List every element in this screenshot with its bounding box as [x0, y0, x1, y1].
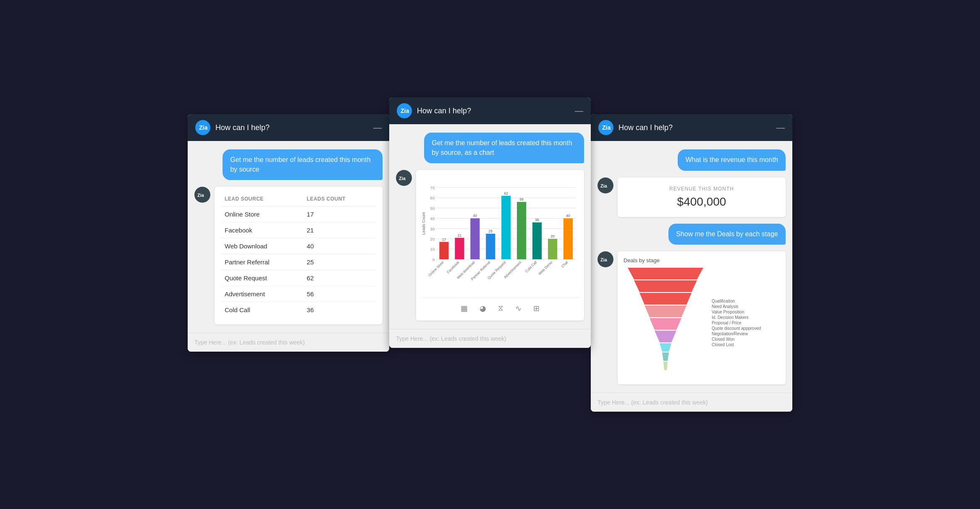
lead-count-cell: 56: [304, 286, 376, 302]
table-row: Cold Call36: [221, 302, 376, 318]
svg-text:Zia: Zia: [197, 193, 204, 198]
lead-count-cell: 25: [304, 254, 376, 270]
zia-response-right-2: Zia Deals by stage: [597, 251, 786, 384]
svg-text:10: 10: [430, 247, 435, 251]
panel-right-title: How can I help?: [618, 123, 771, 132]
pie-chart-icon[interactable]: ◕: [477, 302, 489, 315]
lead-count-cell: 36: [304, 302, 376, 318]
zia-logo-right: Zia: [598, 120, 613, 135]
zia-funnel-content: Deals by stage: [618, 251, 786, 384]
panel-right-header: Zia How can I help? —: [591, 114, 792, 141]
zia-logo-left: Zia: [195, 120, 210, 135]
svg-marker-53: [639, 293, 692, 305]
svg-marker-56: [655, 331, 676, 342]
svg-text:Zia: Zia: [399, 176, 406, 181]
bar-chart-icon[interactable]: ▦: [458, 302, 470, 315]
zia-response-right-1: Zia REVENUE THIS MONTH $400,000: [597, 177, 786, 217]
leads-table-card: LEAD SOURCE LEADS COUNT Online Store17Fa…: [215, 187, 383, 324]
svg-text:50: 50: [430, 206, 435, 211]
svg-rect-24: [455, 238, 464, 259]
panel-right-body: What is the revenue this month Zia REVEN…: [591, 141, 792, 393]
svg-marker-52: [634, 280, 697, 292]
revenue-label: REVENUE THIS MONTH: [626, 186, 777, 192]
bar-chart-svg: 010203040506070Leads Count17Online Store…: [420, 177, 580, 294]
svg-text:Online Store: Online Store: [427, 260, 445, 277]
minimize-left-button[interactable]: —: [373, 123, 382, 132]
svg-rect-42: [548, 239, 557, 259]
right-footer-input[interactable]: Type Here... (ex: Leads created this wee…: [597, 399, 786, 406]
svg-rect-36: [517, 202, 526, 259]
panel-center-body: Get me the number of leads created this …: [389, 124, 591, 329]
zia-avatar-center: Zia: [396, 170, 412, 186]
table-row: Advertisement56: [221, 286, 376, 302]
panel-right-footer: Type Here... (ex: Leads created this wee…: [591, 393, 792, 412]
zia-table-content: LEAD SOURCE LEADS COUNT Online Store17Fa…: [215, 187, 383, 324]
zia-avatar-left: Zia: [194, 187, 210, 203]
panel-center-header: Zia How can I help? —: [389, 97, 591, 124]
revenue-card: REVENUE THIS MONTH $400,000: [618, 177, 786, 217]
svg-text:Zia: Zia: [600, 183, 608, 188]
svg-text:25: 25: [489, 229, 493, 233]
funnel-title: Deals by stage: [624, 257, 780, 264]
table-row: Facebook21: [221, 222, 376, 238]
svg-marker-55: [650, 318, 681, 330]
revenue-value: $400,000: [626, 195, 777, 209]
chart-card: 010203040506070Leads Count17Online Store…: [416, 170, 584, 321]
svg-text:20: 20: [430, 237, 435, 241]
svg-text:Facebook: Facebook: [446, 260, 460, 274]
funnel-stage-label: Closed Won: [712, 337, 761, 342]
col-leads-count: LEADS COUNT: [304, 193, 376, 206]
svg-text:70: 70: [430, 185, 435, 190]
svg-text:Chat: Chat: [561, 260, 569, 268]
table-row: Quote Request62: [221, 270, 376, 286]
lead-source-cell: Facebook: [221, 222, 304, 238]
funnel-stage-label: Value Proposition: [712, 310, 761, 314]
panels-container: Zia How can I help? — Get me the number …: [188, 97, 792, 412]
panel-left-footer: Type Here... (ex: Leads created this wee…: [188, 333, 389, 352]
svg-text:Cold Call: Cold Call: [524, 260, 538, 274]
funnel-stage-label: Negotiation/Review: [712, 332, 761, 336]
svg-text:0: 0: [432, 257, 435, 262]
svg-text:Leads Count: Leads Count: [421, 212, 426, 235]
lead-source-cell: Advertisement: [221, 286, 304, 302]
table-icon[interactable]: ⊞: [531, 302, 542, 315]
funnel-stage-label: Need Analysis: [712, 304, 761, 309]
panel-left-body: Get me the number of leads created this …: [188, 141, 389, 333]
filter-icon[interactable]: ⧖: [495, 302, 506, 315]
zia-avatar-right-1: Zia: [597, 177, 613, 193]
funnel-svg: [624, 268, 707, 377]
panel-left-title: How can I help?: [215, 123, 368, 132]
svg-text:Zia: Zia: [600, 257, 608, 262]
left-footer-input[interactable]: Type Here... (ex: Leads created this wee…: [194, 339, 383, 346]
panel-right: Zia How can I help? — What is the revenu…: [591, 114, 792, 412]
svg-text:60: 60: [430, 196, 435, 200]
svg-text:40: 40: [473, 214, 477, 218]
svg-text:Web Demo: Web Demo: [537, 260, 553, 276]
panel-center-title: How can I help?: [417, 107, 570, 115]
svg-marker-58: [662, 352, 669, 361]
svg-text:20: 20: [550, 234, 555, 238]
funnel-stage-label: Id. Decision Makers: [712, 315, 761, 320]
funnel-labels: QualificationNeed AnalysisValue Proposit…: [712, 299, 761, 347]
col-lead-source: LEAD SOURCE: [221, 193, 304, 206]
svg-text:40: 40: [430, 216, 435, 221]
user-message-center: Get me the number of leads created this …: [424, 133, 584, 163]
minimize-right-button[interactable]: —: [776, 123, 785, 132]
zia-chart-content: 010203040506070Leads Count17Online Store…: [416, 170, 584, 321]
panel-center: Zia How can I help? — Get me the number …: [389, 97, 591, 348]
svg-text:40: 40: [566, 214, 570, 218]
funnel-stage-label: Qualification: [712, 299, 761, 303]
svg-rect-21: [439, 242, 448, 259]
svg-text:36: 36: [535, 218, 539, 222]
lead-source-cell: Partner Referral: [221, 254, 304, 270]
lead-source-cell: Web Download: [221, 238, 304, 254]
svg-text:Zia: Zia: [401, 107, 409, 114]
svg-text:Zia: Zia: [199, 124, 207, 131]
minimize-center-button[interactable]: —: [575, 107, 583, 115]
panel-left-header: Zia How can I help? —: [188, 114, 389, 141]
svg-rect-27: [470, 218, 480, 259]
table-row: Online Store17: [221, 206, 376, 222]
user-message-right-1: What is the revenue this month: [678, 149, 786, 170]
line-chart-icon[interactable]: ∿: [513, 302, 524, 315]
center-footer-input[interactable]: Type Here... (ex: Leads created this wee…: [396, 335, 584, 342]
